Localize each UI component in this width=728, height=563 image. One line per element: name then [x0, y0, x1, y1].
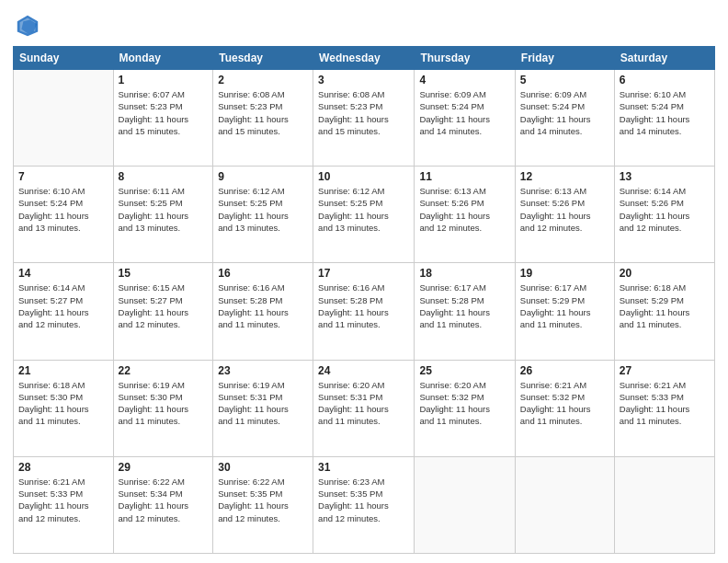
calendar-cell: 31Sunrise: 6:23 AM Sunset: 5:35 PM Dayli… [313, 456, 415, 553]
day-info: Sunrise: 6:07 AM Sunset: 5:23 PM Dayligh… [119, 88, 209, 137]
day-info: Sunrise: 6:17 AM Sunset: 5:28 PM Dayligh… [419, 282, 509, 330]
calendar-cell: 20Sunrise: 6:18 AM Sunset: 5:29 PM Dayli… [614, 263, 714, 360]
week-row-2: 7Sunrise: 6:10 AM Sunset: 5:24 PM Daylig… [14, 167, 715, 263]
calendar-cell: 30Sunrise: 6:22 AM Sunset: 5:35 PM Dayli… [213, 456, 313, 553]
calendar-cell: 15Sunrise: 6:15 AM Sunset: 5:27 PM Dayli… [113, 263, 213, 360]
day-number: 13 [620, 170, 710, 183]
calendar-cell: 12Sunrise: 6:13 AM Sunset: 5:26 PM Dayli… [515, 167, 614, 263]
day-number: 4 [419, 74, 509, 86]
calendar-cell [515, 456, 614, 553]
calendar-cell: 2Sunrise: 6:08 AM Sunset: 5:23 PM Daylig… [213, 70, 313, 167]
day-info: Sunrise: 6:20 AM Sunset: 5:31 PM Dayligh… [318, 379, 409, 428]
calendar-cell: 18Sunrise: 6:17 AM Sunset: 5:28 PM Dayli… [415, 263, 515, 360]
calendar-cell: 24Sunrise: 6:20 AM Sunset: 5:31 PM Dayli… [313, 360, 415, 456]
day-number: 21 [18, 364, 108, 377]
day-info: Sunrise: 6:21 AM Sunset: 5:32 PM Dayligh… [520, 379, 609, 428]
day-number: 24 [318, 364, 409, 377]
day-number: 7 [18, 170, 108, 183]
logo-icon [15, 13, 40, 39]
week-row-4: 21Sunrise: 6:18 AM Sunset: 5:30 PM Dayli… [14, 360, 715, 456]
calendar-cell: 7Sunrise: 6:10 AM Sunset: 5:24 PM Daylig… [14, 167, 114, 263]
day-info: Sunrise: 6:18 AM Sunset: 5:29 PM Dayligh… [620, 282, 710, 330]
calendar-cell: 29Sunrise: 6:22 AM Sunset: 5:34 PM Dayli… [113, 456, 213, 553]
day-number: 5 [520, 74, 609, 86]
calendar-cell: 13Sunrise: 6:14 AM Sunset: 5:26 PM Dayli… [614, 167, 714, 263]
calendar-cell: 23Sunrise: 6:19 AM Sunset: 5:31 PM Dayli… [213, 360, 313, 456]
calendar-cell: 17Sunrise: 6:16 AM Sunset: 5:28 PM Dayli… [313, 263, 415, 360]
day-info: Sunrise: 6:10 AM Sunset: 5:24 PM Dayligh… [620, 88, 710, 137]
calendar-cell: 8Sunrise: 6:11 AM Sunset: 5:25 PM Daylig… [113, 167, 213, 263]
day-number: 2 [218, 74, 308, 86]
day-info: Sunrise: 6:20 AM Sunset: 5:32 PM Dayligh… [419, 379, 509, 428]
day-number: 17 [318, 267, 409, 280]
day-info: Sunrise: 6:09 AM Sunset: 5:24 PM Dayligh… [419, 88, 509, 137]
day-number: 28 [18, 461, 108, 474]
weekday-header-monday: Monday [113, 47, 213, 70]
day-number: 31 [318, 461, 409, 474]
day-number: 16 [218, 267, 308, 280]
day-info: Sunrise: 6:12 AM Sunset: 5:25 PM Dayligh… [318, 185, 409, 234]
day-info: Sunrise: 6:19 AM Sunset: 5:30 PM Dayligh… [119, 379, 209, 428]
day-info: Sunrise: 6:22 AM Sunset: 5:35 PM Dayligh… [218, 476, 308, 524]
day-number: 20 [620, 267, 710, 280]
day-info: Sunrise: 6:09 AM Sunset: 5:24 PM Dayligh… [520, 88, 609, 137]
day-info: Sunrise: 6:08 AM Sunset: 5:23 PM Dayligh… [318, 88, 409, 137]
weekday-header-row: SundayMondayTuesdayWednesdayThursdayFrid… [14, 47, 715, 70]
calendar-cell: 4Sunrise: 6:09 AM Sunset: 5:24 PM Daylig… [415, 70, 515, 167]
day-info: Sunrise: 6:13 AM Sunset: 5:26 PM Dayligh… [419, 185, 509, 234]
day-number: 30 [218, 461, 308, 474]
day-info: Sunrise: 6:11 AM Sunset: 5:25 PM Dayligh… [119, 185, 209, 234]
day-number: 3 [318, 74, 409, 86]
calendar-cell: 1Sunrise: 6:07 AM Sunset: 5:23 PM Daylig… [113, 70, 213, 167]
day-info: Sunrise: 6:15 AM Sunset: 5:27 PM Dayligh… [119, 282, 209, 330]
day-number: 10 [318, 170, 409, 183]
day-number: 9 [218, 170, 308, 183]
day-number: 19 [520, 267, 609, 280]
calendar-cell: 21Sunrise: 6:18 AM Sunset: 5:30 PM Dayli… [14, 360, 114, 456]
week-row-5: 28Sunrise: 6:21 AM Sunset: 5:33 PM Dayli… [14, 456, 715, 553]
calendar-cell: 10Sunrise: 6:12 AM Sunset: 5:25 PM Dayli… [313, 167, 415, 263]
day-info: Sunrise: 6:16 AM Sunset: 5:28 PM Dayligh… [318, 282, 409, 330]
day-number: 29 [119, 461, 209, 474]
day-number: 27 [620, 364, 710, 377]
weekday-header-saturday: Saturday [614, 47, 714, 70]
week-row-1: 1Sunrise: 6:07 AM Sunset: 5:23 PM Daylig… [14, 70, 715, 167]
calendar-cell: 16Sunrise: 6:16 AM Sunset: 5:28 PM Dayli… [213, 263, 313, 360]
logo [13, 13, 44, 40]
day-number: 12 [520, 170, 609, 183]
day-number: 8 [119, 170, 209, 183]
day-number: 18 [419, 267, 509, 280]
day-number: 14 [18, 267, 108, 280]
calendar-cell: 28Sunrise: 6:21 AM Sunset: 5:33 PM Dayli… [14, 456, 114, 553]
calendar-cell: 26Sunrise: 6:21 AM Sunset: 5:32 PM Dayli… [515, 360, 614, 456]
day-number: 1 [119, 74, 209, 86]
weekday-header-wednesday: Wednesday [313, 47, 415, 70]
calendar-cell: 9Sunrise: 6:12 AM Sunset: 5:25 PM Daylig… [213, 167, 313, 263]
day-number: 23 [218, 364, 308, 377]
weekday-header-tuesday: Tuesday [213, 47, 313, 70]
weekday-header-sunday: Sunday [14, 47, 114, 70]
day-info: Sunrise: 6:08 AM Sunset: 5:23 PM Dayligh… [218, 88, 308, 137]
calendar-cell: 11Sunrise: 6:13 AM Sunset: 5:26 PM Dayli… [415, 167, 515, 263]
day-info: Sunrise: 6:16 AM Sunset: 5:28 PM Dayligh… [218, 282, 308, 330]
page: SundayMondayTuesdayWednesdayThursdayFrid… [0, 0, 728, 563]
day-info: Sunrise: 6:21 AM Sunset: 5:33 PM Dayligh… [18, 476, 108, 524]
day-info: Sunrise: 6:23 AM Sunset: 5:35 PM Dayligh… [318, 476, 409, 524]
calendar-cell: 19Sunrise: 6:17 AM Sunset: 5:29 PM Dayli… [515, 263, 614, 360]
calendar-cell: 27Sunrise: 6:21 AM Sunset: 5:33 PM Dayli… [614, 360, 714, 456]
day-number: 11 [419, 170, 509, 183]
day-info: Sunrise: 6:17 AM Sunset: 5:29 PM Dayligh… [520, 282, 609, 330]
calendar-cell [614, 456, 714, 553]
calendar-cell [415, 456, 515, 553]
day-info: Sunrise: 6:18 AM Sunset: 5:30 PM Dayligh… [18, 379, 108, 428]
day-info: Sunrise: 6:13 AM Sunset: 5:26 PM Dayligh… [520, 185, 609, 234]
week-row-3: 14Sunrise: 6:14 AM Sunset: 5:27 PM Dayli… [14, 263, 715, 360]
weekday-header-friday: Friday [515, 47, 614, 70]
day-number: 25 [419, 364, 509, 377]
day-info: Sunrise: 6:14 AM Sunset: 5:27 PM Dayligh… [18, 282, 108, 330]
day-info: Sunrise: 6:12 AM Sunset: 5:25 PM Dayligh… [218, 185, 308, 234]
calendar-cell: 25Sunrise: 6:20 AM Sunset: 5:32 PM Dayli… [415, 360, 515, 456]
calendar-cell: 5Sunrise: 6:09 AM Sunset: 5:24 PM Daylig… [515, 70, 614, 167]
day-info: Sunrise: 6:19 AM Sunset: 5:31 PM Dayligh… [218, 379, 308, 428]
calendar-cell: 6Sunrise: 6:10 AM Sunset: 5:24 PM Daylig… [614, 70, 714, 167]
